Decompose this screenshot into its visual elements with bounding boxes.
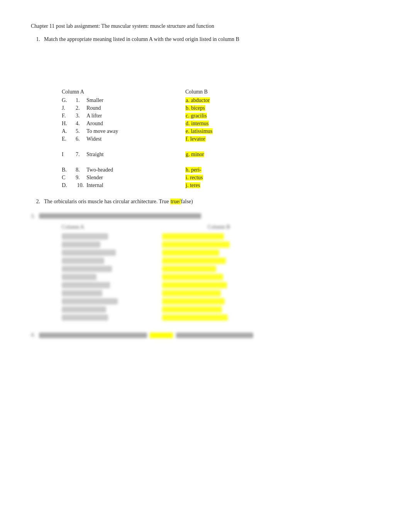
table-row: E. 6. Widest xyxy=(62,136,162,142)
match-number: 3. xyxy=(76,113,86,119)
blurred-row-b xyxy=(162,282,227,288)
col-b-item: b. biceps xyxy=(185,105,205,111)
table-row: c. gracilis xyxy=(185,113,286,119)
blurred-row xyxy=(62,258,104,264)
blurred-q3: 3. xyxy=(31,213,379,219)
blurred-row-b xyxy=(162,266,216,272)
blurred-row xyxy=(62,314,108,321)
blurred-col-b xyxy=(162,233,247,323)
match-letter: H. xyxy=(62,121,76,127)
q1-number: 1. xyxy=(31,36,40,42)
match-letter: D. xyxy=(62,182,76,189)
table-row: f. levator xyxy=(185,136,286,142)
table-row: d. internus xyxy=(185,121,286,127)
match-letter: C xyxy=(62,175,76,181)
match-meaning: Round xyxy=(86,105,101,111)
match-number: 9. xyxy=(76,175,86,181)
blurred-row xyxy=(62,241,100,248)
blurred-row xyxy=(62,290,102,296)
match-number: 2. xyxy=(76,105,86,111)
table-row: b. biceps xyxy=(185,105,286,111)
match-number: 10. xyxy=(76,182,86,189)
col-b-item: j. teres xyxy=(185,182,200,188)
table-row: C 9. Slender xyxy=(62,175,162,181)
blurred-row xyxy=(62,298,118,304)
question-2-text: 2. The orbicularis oris muscle has circu… xyxy=(31,199,379,205)
match-meaning: Internal xyxy=(86,182,103,189)
blurred-col-b-header: Column B xyxy=(208,224,230,230)
match-letter: F. xyxy=(62,113,76,119)
match-number: 4. xyxy=(76,121,86,127)
match-letter: A. xyxy=(62,128,76,134)
col-b-item: g. minor xyxy=(185,151,204,157)
col-b-item: d. internus xyxy=(185,121,209,126)
blurred-q4: 4. xyxy=(31,332,379,338)
match-meaning: Two-headed xyxy=(86,167,113,173)
blurred-row-b xyxy=(162,241,230,248)
blurred-row xyxy=(62,233,108,240)
blurred-row-b xyxy=(162,258,226,264)
table-row: e. latissimus xyxy=(185,128,286,134)
blurred-row-b xyxy=(162,274,223,280)
blurred-q4-number: 4. xyxy=(31,332,35,338)
blurred-matching xyxy=(62,233,379,323)
table-row: j. teres xyxy=(185,182,286,189)
table-row: I 7. Straight xyxy=(62,151,162,158)
blurred-q4-text xyxy=(39,332,253,338)
blurred-row xyxy=(62,266,112,272)
q2-body: The orbicularis oris muscle has circular… xyxy=(44,199,193,205)
match-letter: E. xyxy=(62,136,76,142)
q2-prefix: The orbicularis oris muscle has circular… xyxy=(44,199,170,204)
blurred-row xyxy=(62,306,106,313)
col-b-item: a. abductor xyxy=(185,97,210,103)
match-meaning: A lifter xyxy=(86,113,102,119)
blurred-row-b xyxy=(162,314,228,321)
match-number: 6. xyxy=(76,136,86,142)
table-row: D. 10. Internal xyxy=(62,182,162,189)
table-row: F. 3. A lifter xyxy=(62,113,162,119)
blurred-q3-number: 3. xyxy=(31,213,35,219)
page-title: Chapter 11 post lab assignment: The musc… xyxy=(31,23,379,29)
col-b-item: f. levator xyxy=(185,136,206,142)
blurred-row-b xyxy=(162,290,221,296)
match-meaning: To move away xyxy=(86,128,118,134)
table-row: i. rectus xyxy=(185,175,286,181)
match-number: 8. xyxy=(76,167,86,173)
table-row: g. minor xyxy=(185,151,286,158)
table-row: A. 5. To move away xyxy=(62,128,162,134)
question-1-text: 1. Match the appropriate meaning listed … xyxy=(31,36,379,42)
column-b: Column B a. abductor b. biceps c. gracil… xyxy=(185,89,286,190)
blurred-row xyxy=(62,274,97,280)
match-letter: G. xyxy=(62,97,76,104)
table-row: a. abductor xyxy=(185,97,286,104)
question-2: 2. The orbicularis oris muscle has circu… xyxy=(31,199,379,205)
blurred-col-a xyxy=(62,233,139,323)
blurred-row xyxy=(62,282,110,288)
match-letter: J. xyxy=(62,105,76,111)
table-row: H. 4. Around xyxy=(62,121,162,127)
match-meaning: Around xyxy=(86,121,103,127)
blurred-content: 3. Column A Column B xyxy=(31,213,379,323)
col-b-item: h. peri- xyxy=(185,167,202,173)
match-meaning: Slender xyxy=(86,175,103,181)
column-a-header: Column A xyxy=(62,89,162,95)
table-row: G. 1. Smaller xyxy=(62,97,162,104)
q2-highlight: true/ xyxy=(170,199,181,204)
column-b-header: Column B xyxy=(185,89,286,95)
q2-number: 2. xyxy=(31,199,40,205)
match-meaning: Smaller xyxy=(86,97,103,104)
match-letter: B. xyxy=(62,167,76,173)
matching-table: Column A G. 1. Smaller J. 2. Round F. 3.… xyxy=(62,89,379,190)
q1-body: Match the appropriate meaning listed in … xyxy=(44,36,239,42)
column-a: Column A G. 1. Smaller J. 2. Round F. 3.… xyxy=(62,89,162,190)
blurred-row-b xyxy=(162,250,219,256)
blurred-col-a-header: Column A xyxy=(62,224,84,230)
blurred-row-b xyxy=(162,298,225,304)
match-number: 7. xyxy=(76,151,86,158)
col-b-item: i. rectus xyxy=(185,175,203,180)
match-meaning: Straight xyxy=(86,151,103,158)
blurred-q3-text xyxy=(39,213,201,219)
blurred-row-b xyxy=(162,306,222,313)
match-number: 5. xyxy=(76,128,86,134)
table-row: h. peri- xyxy=(185,167,286,173)
